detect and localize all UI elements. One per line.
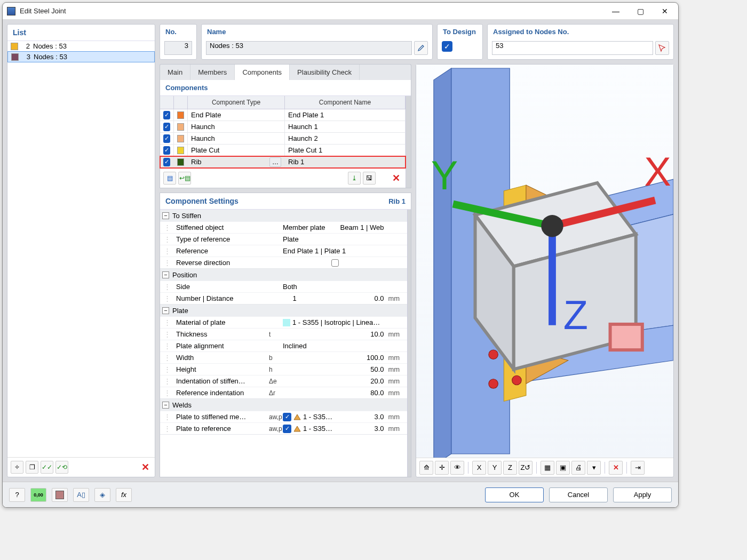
settings-row[interactable]: ⋮ Reverse direction bbox=[160, 257, 407, 268]
apply-button[interactable]: Apply bbox=[613, 487, 672, 502]
component-name-cell[interactable]: Haunch 2 bbox=[285, 133, 406, 144]
list-item[interactable]: 2 Nodes : 53 bbox=[7, 41, 155, 51]
list-new-button[interactable]: ✧ bbox=[11, 461, 23, 474]
z-view-button[interactable]: Z bbox=[503, 461, 517, 475]
settings-row[interactable]: ⋮ Stiffened object Member plate Beam 1 |… bbox=[160, 221, 407, 233]
component-name-cell[interactable]: Rib 1 bbox=[285, 156, 406, 167]
settings-value[interactable]: End Plate 1 | Plate 1 bbox=[283, 247, 387, 255]
comp-import-button[interactable]: ⤓ bbox=[348, 172, 361, 185]
settings-value[interactable]: Member plate bbox=[283, 223, 328, 231]
settings-value[interactable]: Inclined bbox=[283, 342, 387, 350]
restore-button[interactable]: ⇥ bbox=[631, 461, 645, 475]
settings-scrollbar[interactable] bbox=[407, 210, 411, 477]
collapse-icon[interactable]: − bbox=[162, 307, 169, 314]
axis-gizmo-button[interactable]: ✛ bbox=[435, 461, 449, 475]
component-enabled-checkbox[interactable]: ✓ bbox=[163, 123, 170, 131]
assigned-pick-button[interactable] bbox=[655, 41, 669, 55]
window-minimize-button[interactable]: — bbox=[603, 3, 628, 19]
settings-row[interactable]: ⋮ Width b100.0mm bbox=[160, 351, 407, 363]
tab-members[interactable]: Members bbox=[190, 65, 235, 80]
settings-value[interactable]: Plate bbox=[283, 235, 387, 243]
settings-value[interactable]: 80.0 bbox=[283, 389, 387, 397]
view-reset-button[interactable]: ⟰ bbox=[419, 461, 433, 475]
todesign-checkbox[interactable]: ✓ bbox=[442, 41, 452, 52]
viewport-3d[interactable]: S 1 P 2 X bbox=[416, 65, 673, 458]
settings-row[interactable]: ⋮ Reference indentation Δr80.0mm bbox=[160, 387, 407, 398]
settings-group-header[interactable]: −Plate bbox=[160, 305, 407, 316]
assigned-input[interactable]: 53 bbox=[492, 41, 653, 55]
component-name-cell[interactable]: Plate Cut 1 bbox=[285, 145, 406, 156]
y-view-button[interactable]: Y bbox=[488, 461, 502, 475]
component-enabled-checkbox[interactable]: ✓ bbox=[163, 134, 170, 143]
wireframe-button[interactable]: ▣ bbox=[556, 461, 570, 475]
list-delete-button[interactable]: ✕ bbox=[139, 461, 152, 474]
delete-view-button[interactable]: ✕ bbox=[609, 461, 623, 475]
settings-group-header[interactable]: −To Stiffen bbox=[160, 210, 407, 221]
settings-row[interactable]: ⋮ Reference End Plate 1 | Plate 1 bbox=[160, 245, 407, 257]
function-button[interactable]: fx bbox=[116, 488, 132, 502]
components-scrollbar[interactable] bbox=[406, 96, 411, 188]
component-enabled-checkbox[interactable]: ✓ bbox=[163, 146, 170, 155]
ok-button[interactable]: OK bbox=[485, 487, 544, 502]
component-type-picker[interactable]: … bbox=[269, 157, 281, 167]
more-button[interactable]: ▾ bbox=[587, 461, 601, 475]
color-button[interactable] bbox=[52, 488, 68, 502]
x-view-button[interactable]: X bbox=[472, 461, 486, 475]
iso-view-button[interactable]: Z↺ bbox=[519, 461, 533, 475]
weld-checkbox[interactable]: ✓ bbox=[283, 413, 291, 421]
units-button[interactable]: 0,00 bbox=[30, 488, 46, 502]
settings-value[interactable]: 10.0 bbox=[283, 330, 387, 338]
settings-row[interactable]: ⋮ Indentation of stiffen… Δe20.0mm bbox=[160, 375, 407, 387]
settings-value[interactable]: 3.0 bbox=[365, 413, 384, 421]
settings-group-header[interactable]: −Welds bbox=[160, 399, 407, 411]
settings-row[interactable]: ⋮ Type of reference Plate bbox=[160, 233, 407, 245]
window-close-button[interactable]: ✕ bbox=[653, 3, 677, 19]
settings-value-suffix[interactable]: 0.0 bbox=[309, 294, 387, 302]
settings-value[interactable]: 50.0 bbox=[283, 365, 387, 373]
component-row[interactable]: ✓ Rib… Rib 1 bbox=[160, 156, 406, 168]
component-name-cell[interactable]: End Plate 1 bbox=[285, 109, 406, 121]
settings-value[interactable]: 100.0 bbox=[283, 354, 387, 362]
settings-row[interactable]: ⋮ Plate alignment Inclined bbox=[160, 340, 407, 351]
list-check-all-button[interactable]: ✓✓ bbox=[41, 461, 53, 474]
settings-row[interactable]: ⋮ Plate to reference aw,p… ✓ 1 - S35… 3.… bbox=[160, 422, 407, 434]
settings-value[interactable]: 3.0 bbox=[365, 425, 384, 433]
settings-checkbox[interactable] bbox=[331, 259, 339, 267]
settings-value[interactable]: 1 - S355 | Isotropic | Linea… bbox=[283, 318, 387, 327]
comp-delete-button[interactable]: ✕ bbox=[390, 172, 402, 185]
weld-checkbox[interactable]: ✓ bbox=[283, 425, 291, 433]
settings-row[interactable]: ⋮ Side Both bbox=[160, 281, 407, 292]
list-uncheck-all-button[interactable]: ✓⟲ bbox=[55, 461, 68, 474]
comp-new-button[interactable]: ▤ bbox=[163, 172, 176, 185]
comp-library-button[interactable]: 🖫 bbox=[363, 172, 376, 185]
settings-row[interactable]: ⋮ Plate to stiffened me… aw,p… ✓ 1 - S35… bbox=[160, 411, 407, 422]
perspective-button[interactable]: ◈ bbox=[94, 488, 110, 502]
component-enabled-checkbox[interactable]: ✓ bbox=[163, 111, 170, 119]
name-edit-button[interactable] bbox=[414, 41, 428, 55]
settings-row[interactable]: ⋮ Thickness t10.0mm bbox=[160, 328, 407, 340]
cancel-button[interactable]: Cancel bbox=[549, 487, 608, 502]
component-row[interactable]: ✓ End Plate End Plate 1 bbox=[160, 109, 406, 121]
tab-main[interactable]: Main bbox=[160, 65, 190, 80]
list-copy-button[interactable]: ❐ bbox=[26, 461, 38, 474]
perspective-button[interactable]: 👁 bbox=[450, 461, 464, 475]
settings-value[interactable]: 1 bbox=[283, 294, 309, 302]
collapse-icon[interactable]: − bbox=[162, 271, 169, 278]
name-input[interactable]: Nodes : 53 bbox=[206, 41, 412, 55]
settings-value[interactable]: 20.0 bbox=[283, 377, 387, 385]
settings-row[interactable]: ⋮ Height h50.0mm bbox=[160, 363, 407, 375]
component-row[interactable]: ✓ Haunch Haunch 1 bbox=[160, 121, 406, 133]
no-input[interactable]: 3 bbox=[164, 41, 192, 55]
comp-insert-button[interactable]: ↩▤ bbox=[178, 172, 191, 185]
settings-value[interactable]: Both bbox=[283, 283, 387, 291]
tab-plausibility-check[interactable]: Plausibility Check bbox=[290, 65, 360, 80]
collapse-icon[interactable]: − bbox=[162, 402, 169, 409]
component-row[interactable]: ✓ Plate Cut Plate Cut 1 bbox=[160, 145, 406, 156]
label-toggle-button[interactable]: A▯ bbox=[73, 488, 89, 502]
help-button[interactable]: ? bbox=[9, 488, 25, 502]
window-maximize-button[interactable]: ▢ bbox=[628, 3, 653, 19]
component-row[interactable]: ✓ Haunch Haunch 2 bbox=[160, 133, 406, 145]
settings-group-header[interactable]: −Position bbox=[160, 269, 407, 281]
settings-row[interactable]: ⋮ Number | Distance 1 0.0 mm bbox=[160, 292, 407, 304]
list-item[interactable]: 3 Nodes : 53 bbox=[7, 51, 155, 62]
